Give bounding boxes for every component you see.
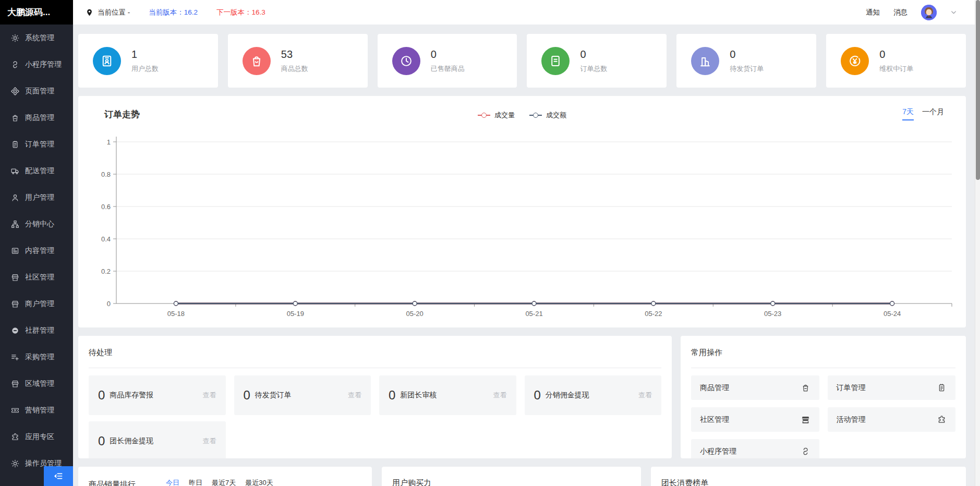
- truck-icon: [10, 166, 20, 176]
- pending-count: 0: [98, 388, 105, 403]
- sidebar-item-users[interactable]: 用户管理: [0, 184, 73, 211]
- sidebar-item-distribution[interactable]: 分销中心: [0, 211, 73, 237]
- sidebar-item-label: 系统管理: [25, 33, 54, 43]
- svg-text:05-19: 05-19: [287, 310, 304, 317]
- sidebar-item-label: 商户管理: [25, 299, 54, 309]
- order-trend-card: 订单走势 成交量 成交额 7天 一个月 00.20.40.60.8105-180…: [78, 96, 966, 327]
- tab-one-month[interactable]: 一个月: [922, 107, 944, 120]
- store-icon: [10, 379, 20, 388]
- svg-text:05-18: 05-18: [167, 310, 185, 317]
- legend-amount[interactable]: 成交额: [529, 111, 566, 120]
- sidebar-item-delivery[interactable]: 配送管理: [0, 157, 73, 184]
- building-icon: [691, 47, 719, 75]
- yen-circle-icon: [841, 47, 869, 75]
- legend-volume[interactable]: 成交量: [478, 111, 515, 120]
- tab-last-30-days[interactable]: 最近30天: [245, 478, 273, 486]
- quick-action-orders[interactable]: 订单管理: [828, 375, 956, 400]
- message-link[interactable]: 消息: [893, 8, 908, 17]
- pending-label: 待发货订单: [255, 391, 292, 400]
- stat-card-toship: 0待发货订单: [676, 34, 816, 88]
- sidebar-item-group[interactable]: 社群管理: [0, 317, 73, 344]
- sidebar-item-content[interactable]: 内容管理: [0, 237, 73, 264]
- sidebar-item-apps[interactable]: 应用专区: [0, 423, 73, 450]
- quick-action-goods[interactable]: 商品管理: [691, 375, 819, 400]
- stat-label: 维权中订单: [879, 64, 913, 74]
- pending-tile-leader-review: 0 新团长审核 查看: [379, 375, 516, 415]
- stat-card-dispute: 0维权中订单: [826, 34, 966, 88]
- stat-card-orders: 0订单总数: [527, 34, 667, 88]
- sales-rank-tabs: 今日 昨日 最近7天 最近30天: [166, 478, 273, 486]
- clipboard-icon: [937, 383, 947, 393]
- quick-action-miniprogram[interactable]: 小程序管理: [691, 439, 819, 458]
- sidebar-item-label: 小程序管理: [25, 60, 62, 69]
- pages-icon: [10, 87, 20, 96]
- store-icon: [801, 415, 810, 424]
- stat-value: 0: [431, 48, 465, 60]
- sidebar-item-label: 配送管理: [25, 166, 54, 176]
- sidebar-item-orders[interactable]: 订单管理: [0, 131, 73, 157]
- stat-value: 1: [131, 48, 159, 60]
- puzzle-icon: [10, 432, 20, 442]
- sidebar-item-community[interactable]: 社区管理: [0, 264, 73, 290]
- view-link[interactable]: 查看: [638, 391, 652, 400]
- clipboard-icon: [10, 140, 20, 149]
- sidebar-item-purchase[interactable]: 采购管理: [0, 344, 73, 370]
- view-link[interactable]: 查看: [203, 436, 216, 446]
- avatar[interactable]: [921, 5, 937, 20]
- stat-value: 0: [580, 48, 607, 60]
- document-icon: [10, 246, 20, 256]
- svg-text:05-21: 05-21: [525, 310, 542, 317]
- avatar-image: [921, 5, 937, 20]
- sidebar-item-pages[interactable]: 页面管理: [0, 78, 73, 104]
- tab-last-7-days[interactable]: 最近7天: [212, 478, 236, 486]
- view-link[interactable]: 查看: [203, 391, 216, 400]
- quick-action-activity[interactable]: 活动管理: [828, 407, 956, 432]
- sidebar-item-region[interactable]: 区域管理: [0, 370, 73, 397]
- page-scrollbar[interactable]: [975, 0, 980, 486]
- sidebar-item-goods[interactable]: 商品管理: [0, 104, 73, 131]
- legend-label: 成交量: [494, 111, 515, 120]
- view-link[interactable]: 查看: [348, 391, 361, 400]
- notice-link[interactable]: 通知: [866, 8, 880, 17]
- divider: [691, 368, 955, 368]
- sidebar-item-miniprogram[interactable]: 小程序管理: [0, 51, 73, 78]
- shopping-bag-icon: [801, 383, 810, 393]
- miniprogram-icon: [10, 60, 20, 69]
- leader-rank-card: 团长消费榜单: [651, 467, 966, 486]
- sidebar-item-label: 商品管理: [25, 113, 54, 123]
- collapse-menu-icon: [53, 471, 64, 481]
- pending-count: 0: [98, 434, 105, 448]
- quick-action-community[interactable]: 社区管理: [691, 407, 819, 432]
- quick-action-label: 社区管理: [700, 415, 729, 424]
- svg-text:0: 0: [107, 300, 111, 308]
- order-trend-chart: 00.20.40.60.8105-1805-1905-2005-2105-220…: [86, 133, 958, 317]
- tab-yesterday[interactable]: 昨日: [189, 478, 202, 486]
- sidebar-item-label: 营销管理: [25, 406, 54, 415]
- sidebar-item-marketing[interactable]: 营销管理: [0, 397, 73, 423]
- main-content: 1用户总数 53商品总数 0已售罄商品 0订单总数 0待发货订单: [73, 25, 975, 486]
- list-plus-icon: [10, 353, 20, 362]
- top-header: 当前位置 - 当前版本：16.2 下一版本：16.3 通知 消息: [73, 0, 975, 25]
- sidebar-collapse-button[interactable]: [44, 466, 73, 486]
- view-link[interactable]: 查看: [493, 391, 507, 400]
- chevron-down-icon[interactable]: [950, 9, 957, 16]
- pending-tile-to-ship: 0 待发货订单 查看: [234, 375, 371, 415]
- sidebar-item-system[interactable]: 系统管理: [0, 25, 73, 51]
- pending-tile-stock-alert: 0 商品库存警报 查看: [89, 375, 226, 415]
- scrollbar-thumb[interactable]: [976, 0, 980, 180]
- pending-count: 0: [389, 388, 395, 403]
- svg-text:05-24: 05-24: [884, 310, 901, 317]
- chart-title: 订单走势: [104, 108, 140, 120]
- sidebar-item-merchant[interactable]: 商户管理: [0, 290, 73, 317]
- tab-7-days[interactable]: 7天: [902, 107, 914, 120]
- tab-today[interactable]: 今日: [166, 478, 179, 486]
- quick-action-label: 小程序管理: [700, 447, 736, 456]
- stat-card-users: 1用户总数: [78, 34, 218, 88]
- pending-tile-commission-withdraw: 0 分销佣金提现 查看: [525, 375, 662, 415]
- id-card-icon: [93, 47, 121, 75]
- quick-actions-grid: 商品管理 订单管理 社区管理 活动管理 小程序管理: [691, 375, 955, 458]
- panel-title: 待处理: [89, 336, 661, 358]
- svg-text:0.8: 0.8: [101, 171, 111, 178]
- chart-legend: 成交量 成交额: [478, 111, 566, 120]
- sidebar-item-label: 订单管理: [25, 140, 54, 149]
